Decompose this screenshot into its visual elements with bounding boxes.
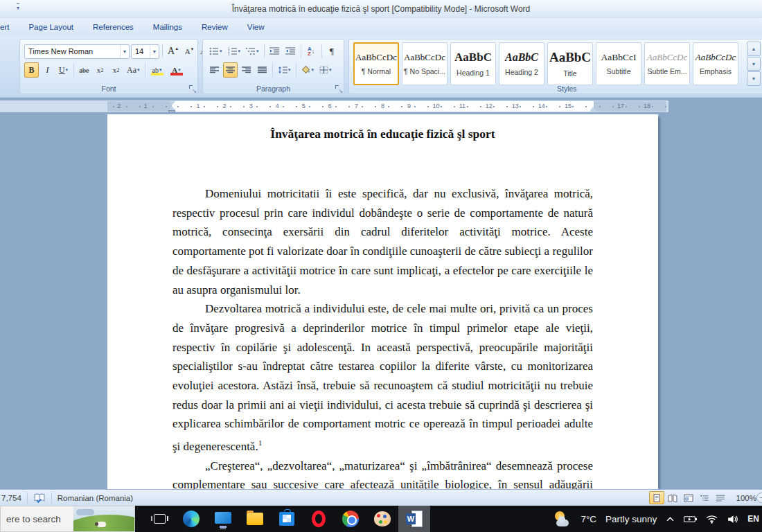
shading-button[interactable]: ▾	[299, 62, 317, 78]
chevron-down-icon[interactable]: ▾	[159, 67, 162, 73]
borders-button[interactable]: ▾	[317, 62, 334, 78]
battery-icon[interactable]	[684, 515, 697, 523]
increase-indent-icon	[285, 47, 295, 55]
zoom-level[interactable]: 100%	[736, 494, 756, 502]
text-highlight-button[interactable]: ab ▾	[148, 62, 166, 78]
full-screen-reading-view-button[interactable]	[665, 491, 680, 504]
justify-button[interactable]	[255, 62, 269, 78]
tab-page-layout[interactable]: Page Layout	[19, 20, 83, 34]
tab-references[interactable]: References	[83, 20, 143, 34]
microsoft-store-button[interactable]	[271, 506, 303, 532]
outline-view-button[interactable]	[697, 491, 712, 504]
tab-review[interactable]: Review	[192, 20, 238, 34]
chevron-down-icon[interactable]: ▾	[238, 48, 241, 54]
chevron-down-icon[interactable]: ▾	[312, 67, 314, 73]
decrease-indent-button[interactable]	[267, 44, 282, 59]
bullet-list-button[interactable]: ▾	[207, 44, 224, 59]
font-size-value: 14	[135, 47, 143, 55]
proofing-status-icon[interactable]	[33, 493, 46, 503]
multilevel-list-button[interactable]: ▾	[244, 44, 261, 59]
style-heading-2[interactable]: AaBbC Heading 2	[499, 42, 544, 85]
chevron-down-icon[interactable]: ▾	[288, 67, 291, 73]
borders-icon	[319, 66, 328, 74]
font-color-button[interactable]: A ▾	[168, 62, 186, 78]
style-normal[interactable]: AaBbCcDc ¶ Normal	[353, 42, 399, 85]
task-view-button[interactable]	[143, 506, 175, 532]
align-center-button[interactable]	[223, 62, 238, 78]
paint-bucket-icon	[301, 66, 311, 74]
weather-temperature[interactable]: 7°C	[581, 514, 596, 524]
decrease-indent-icon	[269, 47, 279, 55]
word-count-partial[interactable]: 7,754	[1, 494, 21, 502]
show-paragraph-marks-button[interactable]: ¶	[325, 44, 339, 59]
sort-button[interactable]: AZ ↓	[304, 44, 319, 59]
chevron-down-icon[interactable]: ▾	[256, 48, 259, 54]
right-indent-marker[interactable]	[590, 107, 596, 112]
underline-button[interactable]: U▾	[56, 62, 71, 78]
grow-font-button[interactable]: A▲	[166, 44, 181, 59]
style-subtle-emphasis[interactable]: AaBbCcDc Subtle Em...	[644, 42, 690, 85]
web-layout-view-button[interactable]	[681, 491, 696, 504]
tab-insert-partial[interactable]: ert	[0, 20, 19, 34]
change-case-button[interactable]: Aa▾	[125, 62, 142, 78]
style-emphasis[interactable]: AaBbCcDc Emphasis	[693, 42, 738, 85]
line-spacing-button[interactable]: ▾	[276, 62, 293, 78]
this-pc-button[interactable]	[207, 506, 239, 532]
edge-button[interactable]	[175, 506, 207, 532]
language-status[interactable]: Romanian (Romania)	[57, 494, 133, 502]
superscript-button[interactable]: x2	[109, 62, 123, 78]
numbered-list-button[interactable]: 123 ▾	[226, 44, 243, 59]
style-title[interactable]: AaBbC Title	[547, 42, 593, 85]
subscript-button[interactable]: x2	[93, 62, 107, 78]
style-no-spacing[interactable]: AaBbCcDc ¶ No Spaci...	[402, 42, 448, 85]
chevron-down-icon[interactable]: ▾	[329, 67, 332, 73]
italic-button[interactable]: I	[40, 62, 55, 78]
chevron-up-icon[interactable]	[666, 516, 675, 522]
document-area[interactable]: Învăţarea motrică în educaţie fizică şl …	[0, 112, 762, 489]
increase-indent-button[interactable]	[283, 44, 298, 59]
weather-condition[interactable]: Partly sunny	[605, 514, 657, 524]
taskbar-search-box[interactable]: ere to search	[0, 506, 135, 532]
file-explorer-button[interactable]	[239, 506, 271, 532]
strikethrough-button[interactable]: abe	[77, 62, 91, 78]
first-line-indent-marker[interactable]	[168, 101, 175, 105]
shrink-font-button[interactable]: A▼	[182, 44, 197, 59]
chevron-down-icon[interactable]: ▾	[178, 67, 181, 73]
zoom-out-button[interactable]: −	[756, 493, 762, 503]
bold-button[interactable]: B	[24, 62, 39, 78]
tab-mailings[interactable]: Mailings	[143, 20, 192, 34]
font-dialog-launcher-icon[interactable]	[188, 85, 197, 93]
font-name-combobox[interactable]: Times New Roman ▼	[24, 44, 130, 59]
paint-button[interactable]	[366, 506, 398, 532]
word-taskbar-button[interactable]: W	[398, 506, 430, 532]
chevron-down-icon[interactable]: ▾	[137, 67, 140, 73]
chrome-button[interactable]	[335, 506, 366, 532]
gallery-scroll-down-icon[interactable]: ▼	[747, 57, 761, 71]
paragraph-dialog-launcher-icon[interactable]	[335, 85, 343, 93]
print-layout-view-button[interactable]	[649, 491, 664, 504]
style-heading-1[interactable]: AaBbC Heading 1	[450, 42, 496, 85]
print-layout-icon	[652, 494, 662, 502]
align-left-button[interactable]	[207, 62, 222, 78]
speaker-icon[interactable]	[727, 515, 738, 524]
gallery-more-icon[interactable]: ▼	[747, 71, 761, 86]
gallery-scroll-up-icon[interactable]: ▲	[747, 42, 761, 56]
opera-button[interactable]	[303, 506, 335, 532]
ruler-number: 2	[116, 103, 122, 109]
align-right-button[interactable]	[239, 62, 254, 78]
font-size-combobox[interactable]: 14 ▼	[131, 44, 159, 59]
chevron-down-icon[interactable]: ▾	[220, 48, 222, 54]
wifi-icon[interactable]	[706, 515, 718, 524]
style-subtitle[interactable]: AaBbCcI Subtitle	[596, 42, 641, 85]
search-highlight-image[interactable]	[73, 506, 134, 532]
chevron-down-icon[interactable]: ▾	[66, 67, 69, 73]
tab-view[interactable]: View	[238, 20, 274, 34]
chevron-down-icon[interactable]: ▼	[150, 45, 159, 58]
quick-access-customize-icon[interactable]: ▾	[17, 3, 19, 11]
draft-view-button[interactable]	[713, 491, 728, 504]
chevron-down-icon[interactable]: ▼	[120, 45, 129, 58]
weather-icon[interactable]	[553, 511, 572, 526]
footnote-reference[interactable]: 1	[258, 438, 263, 447]
document-page[interactable]: Învăţarea motrică în educaţie fizică şl …	[107, 114, 658, 489]
language-indicator[interactable]: EN	[747, 514, 759, 524]
